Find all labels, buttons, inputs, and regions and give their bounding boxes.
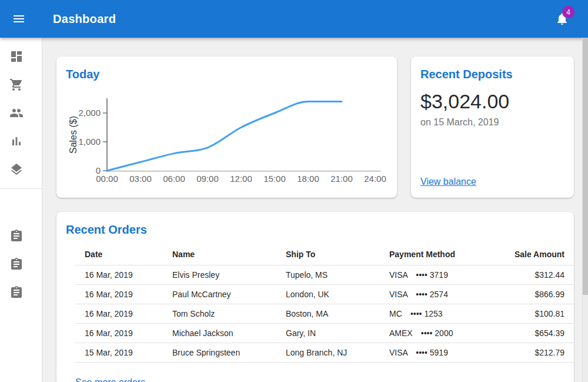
column-header: Name xyxy=(163,244,276,265)
x-tick-label: 00:00 xyxy=(96,174,118,184)
sidebar-item-shopping-cart-2[interactable] xyxy=(0,71,42,99)
table-cell: Michael Jackson xyxy=(163,323,276,343)
column-header: Sale Amount xyxy=(497,244,574,265)
table-cell: VISA ⠀•••• 3719 xyxy=(380,265,497,284)
menu-icon xyxy=(12,12,26,26)
sales-series-line xyxy=(107,101,342,171)
table-cell: 16 Mar, 2019 xyxy=(75,284,163,304)
x-tick-label: 09:00 xyxy=(196,174,219,184)
assignment-icon xyxy=(9,257,24,271)
table-cell: $654.39 xyxy=(497,323,574,343)
table-cell: MC ⠀•••• 1253 xyxy=(380,304,497,323)
column-header: Payment Method xyxy=(380,244,497,265)
today-card: Today 01,0002,00000:0003:0006:0009:0012:… xyxy=(56,57,397,198)
notification-badge: 4 xyxy=(562,6,574,18)
bar-chart-icon xyxy=(9,134,24,148)
today-card-title: Today xyxy=(66,66,387,82)
assignment-icon xyxy=(9,229,24,243)
y-tick-label: 2,000 xyxy=(78,108,101,118)
sidebar-item-saved-report-assignment-3[interactable] xyxy=(0,278,42,307)
sidebar-item-saved-report-assignment-1[interactable] xyxy=(0,222,42,250)
table-cell: $212.79 xyxy=(497,343,574,362)
table-cell: Elvis Presley xyxy=(163,265,276,284)
x-tick-label: 12:00 xyxy=(230,174,252,184)
table-cell: Gary, IN xyxy=(276,323,380,343)
shopping-cart-icon xyxy=(9,78,24,92)
table-cell: Long Branch, NJ xyxy=(276,343,380,362)
table-row: 15 Mar, 2019Bruce SpringsteenLong Branch… xyxy=(75,343,574,362)
table-cell: $866.99 xyxy=(497,284,574,304)
sidebar-item-dashboard-1[interactable] xyxy=(0,42,42,71)
page-title: Dashboard xyxy=(53,12,116,26)
table-cell: $312.44 xyxy=(497,265,574,284)
table-cell: $100.81 xyxy=(497,304,574,323)
x-tick-label: 03:00 xyxy=(129,174,152,184)
table-header-row: DateNameShip ToPayment MethodSale Amount xyxy=(75,244,574,265)
x-tick-label: 21:00 xyxy=(330,174,353,184)
x-tick-label: 24:00 xyxy=(364,174,386,184)
table-cell: Paul McCartney xyxy=(163,284,276,304)
table-cell: Boston, MA xyxy=(276,304,380,323)
x-tick-label: 15:00 xyxy=(263,174,286,184)
sidebar-item-bar-chart-4[interactable] xyxy=(0,127,42,155)
table-cell: AMEX ⠀•••• 2000 xyxy=(380,323,497,343)
menu-button[interactable] xyxy=(5,5,33,33)
table-row: 16 Mar, 2019Michael JacksonGary, INAMEX … xyxy=(75,323,574,343)
sidebar-main-group xyxy=(0,38,42,184)
people-icon xyxy=(9,106,24,120)
sidebar-secondary-group xyxy=(0,222,42,307)
dashboard-icon xyxy=(9,49,24,64)
table-cell: 15 Mar, 2019 xyxy=(75,343,163,362)
table-cell: 16 Mar, 2019 xyxy=(75,304,163,323)
table-cell: 16 Mar, 2019 xyxy=(75,323,163,343)
table-row: 16 Mar, 2019Elvis PresleyTupelo, MSVISA … xyxy=(75,265,574,284)
orders-card-title: Recent Orders xyxy=(66,221,564,238)
table-cell: VISA ⠀•••• 5919 xyxy=(380,343,497,362)
sidebar-item-layers-5[interactable] xyxy=(0,155,42,184)
view-balance-link[interactable]: View balance xyxy=(420,177,476,187)
sidebar xyxy=(0,38,42,382)
table-cell: 16 Mar, 2019 xyxy=(75,265,163,284)
recent-orders-card: Recent Orders DateNameShip ToPayment Met… xyxy=(56,212,574,382)
main-content: Today 01,0002,00000:0003:0006:0009:0012:… xyxy=(42,38,588,382)
see-more-orders-link[interactable]: See more orders xyxy=(75,377,145,382)
notifications-button[interactable]: 4 xyxy=(555,12,569,26)
table-cell: London, UK xyxy=(276,284,380,304)
y-tick-label: 1,000 xyxy=(78,137,101,147)
orders-table: DateNameShip ToPayment MethodSale Amount… xyxy=(75,244,574,363)
scrollbar-thumb[interactable] xyxy=(583,38,588,295)
column-header: Date xyxy=(75,244,163,265)
x-tick-label: 18:00 xyxy=(297,174,319,184)
table-cell: Bruce Springsteen xyxy=(163,343,276,362)
scrollbar-track xyxy=(582,38,588,382)
sales-line-chart: 01,0002,00000:0003:0006:0009:0012:0015:0… xyxy=(56,94,397,186)
sidebar-item-people-3[interactable] xyxy=(0,99,42,127)
column-header: Ship To xyxy=(276,244,380,265)
deposit-amount: $3,024.00 xyxy=(420,90,564,113)
sidebar-item-saved-report-assignment-2[interactable] xyxy=(0,250,42,278)
deposit-date: on 15 March, 2019 xyxy=(420,117,564,128)
assignment-icon xyxy=(9,285,24,300)
orders-table-wrap: DateNameShip ToPayment MethodSale Amount… xyxy=(75,244,555,363)
table-cell: Tom Scholz xyxy=(163,304,276,323)
app-bar: Dashboard 4 xyxy=(0,0,588,38)
table-row: 16 Mar, 2019Paul McCartneyLondon, UKVISA… xyxy=(75,284,574,304)
deposits-card-title: Recent Deposits xyxy=(420,66,564,82)
y-axis-label: Sales ($) xyxy=(68,116,78,154)
sidebar-subheader-space xyxy=(0,189,42,222)
table-cell: Tupelo, MS xyxy=(276,265,380,284)
x-tick-label: 06:00 xyxy=(163,174,185,184)
recent-deposits-card: Recent Deposits $3,024.00 on 15 March, 2… xyxy=(411,57,574,198)
table-row: 16 Mar, 2019Tom ScholzBoston, MAMC ⠀••••… xyxy=(75,304,574,323)
table-cell: VISA ⠀•••• 2574 xyxy=(380,284,497,304)
layers-icon xyxy=(9,162,24,177)
